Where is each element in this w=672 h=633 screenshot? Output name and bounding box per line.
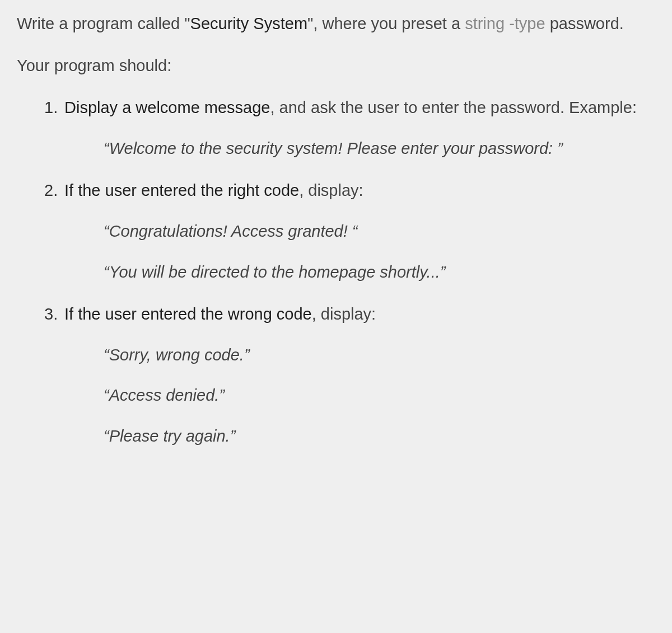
step-strong: If the user entered the wrong code — [64, 305, 312, 323]
quote-line: “Please try again.” — [104, 424, 655, 449]
program-name: Security System — [190, 15, 308, 32]
document-body: Write a program called "Security System"… — [17, 11, 655, 449]
steps-list: Display a welcome message, and ask the u… — [17, 95, 655, 449]
quote-line: “Access denied.” — [104, 383, 655, 408]
quote-block: “Welcome to the security system! Please … — [64, 136, 655, 161]
quote-line: “You will be directed to the homepage sh… — [104, 260, 655, 285]
intro-text-2: ", where you preset a — [307, 15, 465, 32]
quote-line: “Welcome to the security system! Please … — [104, 136, 655, 161]
quote-block: “Sorry, wrong code.” “Access denied.” “P… — [64, 343, 655, 449]
step-rest: , and ask the user to enter the password… — [270, 99, 636, 116]
list-item: If the user entered the wrong code, disp… — [64, 302, 655, 449]
quote-line: “Congratulations! Access granted! “ — [104, 219, 655, 244]
step-rest: , display: — [299, 181, 363, 199]
list-item: If the user entered the right code, disp… — [64, 178, 655, 285]
step-rest: , display: — [312, 305, 376, 323]
intro-text-3: password. — [550, 15, 624, 32]
step-strong: If the user entered the right code — [64, 181, 299, 199]
type-keyword-1: string — [465, 15, 505, 32]
list-item: Display a welcome message, and ask the u… — [64, 95, 655, 161]
intro-paragraph: Write a program called "Security System"… — [17, 11, 655, 36]
lead-paragraph: Your program should: — [17, 53, 655, 78]
quote-line: “Sorry, wrong code.” — [104, 343, 655, 368]
quote-block: “Congratulations! Access granted! “ “You… — [64, 219, 655, 285]
intro-text-1: Write a program called " — [17, 15, 190, 32]
step-strong: Display a welcome message — [64, 99, 270, 116]
type-keyword-2: -type — [505, 15, 550, 32]
